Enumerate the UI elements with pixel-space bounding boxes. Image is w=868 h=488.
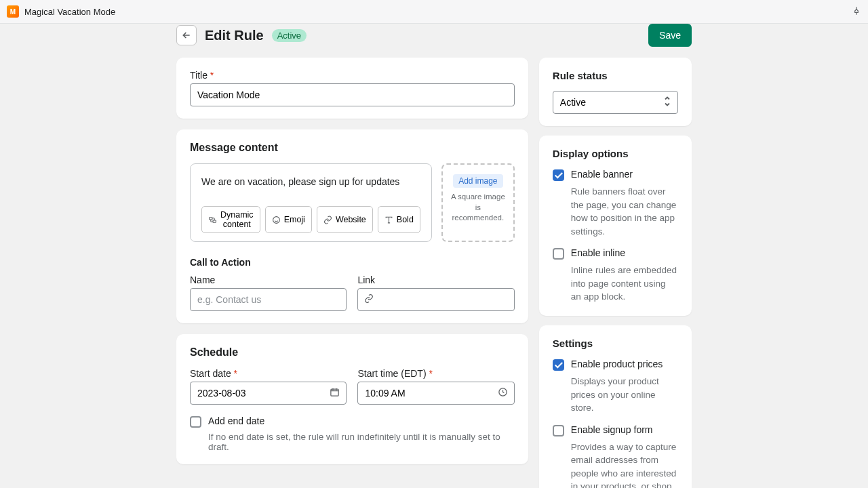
link-icon	[364, 294, 374, 306]
link-icon	[323, 216, 332, 224]
message-editor[interactable]: We are on vacation, please sign up for u…	[190, 163, 432, 242]
cta-name-input[interactable]	[190, 288, 347, 311]
title-card: Title *	[176, 58, 528, 119]
dynamic-icon	[208, 216, 217, 224]
enable-signup-label: Enable signup form	[571, 424, 653, 435]
enable-prices-label: Enable product prices	[571, 359, 663, 369]
app-icon: M	[7, 5, 19, 18]
back-button[interactable]	[176, 25, 197, 45]
title-label: Title *	[190, 70, 515, 81]
enable-signup-help: Provides a way to capture email addresse…	[571, 441, 678, 488]
cta-name-label: Name	[190, 274, 347, 285]
start-date-input[interactable]	[190, 382, 347, 405]
page-title: Edit Rule	[205, 28, 264, 43]
cta-heading: Call to Action	[190, 257, 515, 268]
website-button[interactable]: Website	[317, 206, 373, 233]
end-date-helper: If no end date is set, the rule will run…	[208, 432, 515, 452]
settings-heading: Settings	[553, 338, 678, 349]
status-badge: Active	[272, 29, 307, 42]
status-select[interactable]: Active	[553, 91, 678, 114]
dynamic-content-button[interactable]: Dynamic content	[201, 206, 260, 233]
add-end-date-checkbox[interactable]	[190, 416, 201, 428]
start-time-label: Start time (EDT) *	[357, 368, 514, 379]
enable-prices-checkbox[interactable]	[553, 359, 564, 371]
pin-icon[interactable]	[852, 6, 861, 18]
enable-inline-checkbox[interactable]	[553, 248, 564, 260]
save-button-top[interactable]: Save	[648, 24, 692, 47]
emoji-button[interactable]: Emoji	[265, 206, 312, 233]
enable-banner-checkbox[interactable]	[553, 169, 564, 181]
bold-button[interactable]: Bold	[378, 206, 420, 233]
schedule-card: Schedule Start date * Start time (EDT) *	[176, 334, 528, 464]
image-hint: A square image is recommended.	[448, 192, 508, 224]
enable-banner-label: Enable banner	[571, 169, 633, 180]
status-heading: Rule status	[553, 70, 678, 81]
rule-status-card: Rule status Active	[539, 58, 692, 126]
message-card: Message content We are on vacation, plea…	[176, 129, 528, 323]
enable-signup-checkbox[interactable]	[553, 425, 564, 436]
add-end-date-label: Add end date	[208, 415, 264, 426]
settings-card: Settings Enable product prices Displays …	[539, 325, 692, 488]
svg-rect-0	[210, 217, 212, 219]
image-dropzone[interactable]: Add image A square image is recommended.	[441, 163, 515, 242]
topbar: M Magical Vacation Mode	[0, 0, 868, 24]
cta-link-input[interactable]	[357, 288, 514, 311]
schedule-heading: Schedule	[190, 346, 515, 359]
enable-prices-help: Displays your product prices on your onl…	[571, 375, 678, 415]
cta-link-label: Link	[357, 274, 514, 285]
svg-point-2	[273, 216, 279, 223]
message-heading: Message content	[190, 142, 515, 154]
enable-inline-help: Inline rules are embedded into page cont…	[571, 264, 678, 304]
title-input[interactable]	[190, 83, 515, 106]
enable-banner-help: Rule banners float over the page, you ca…	[571, 185, 678, 238]
add-image-button[interactable]: Add image	[453, 174, 502, 188]
app-name: Magical Vacation Mode	[24, 7, 115, 17]
start-time-input[interactable]	[357, 382, 514, 405]
svg-rect-1	[213, 220, 216, 222]
page-header: Edit Rule Active Save	[176, 24, 692, 47]
enable-inline-label: Enable inline	[571, 247, 625, 258]
emoji-icon	[272, 216, 281, 224]
text-icon	[384, 216, 393, 224]
message-text[interactable]: We are on vacation, please sign up for u…	[201, 176, 420, 187]
start-date-label: Start date *	[190, 368, 347, 379]
display-heading: Display options	[553, 148, 678, 159]
display-options-card: Display options Enable banner Rule banne…	[539, 136, 692, 316]
